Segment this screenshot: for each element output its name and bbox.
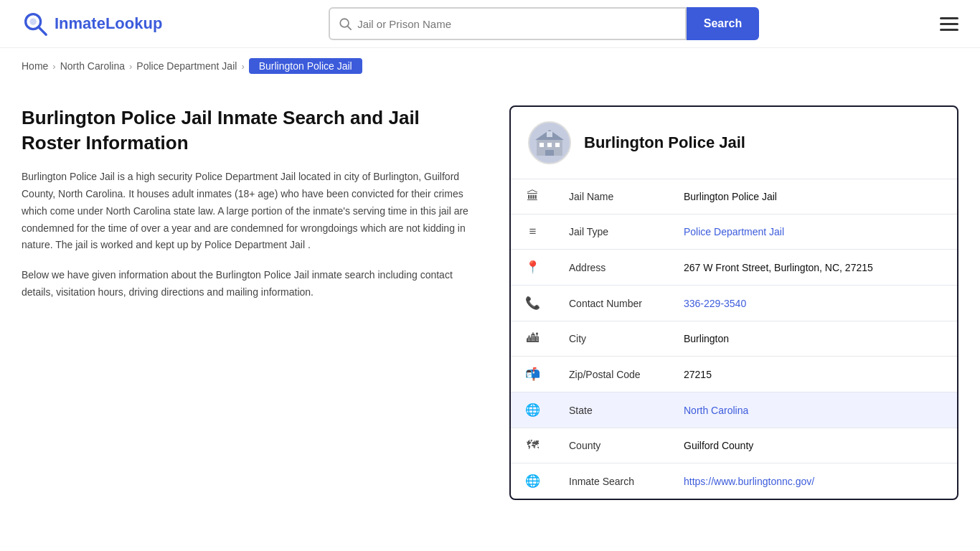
- row-icon: 🗺: [511, 428, 555, 463]
- svg-line-4: [348, 27, 352, 30]
- card-title: Burlington Police Jail: [584, 133, 745, 152]
- row-value: Guilford County: [669, 428, 957, 463]
- row-icon: 📍: [511, 250, 555, 286]
- table-row: 🌐Inmate Searchhttps://www.burlingtonnc.g…: [511, 463, 957, 499]
- table-row: ≡Jail TypePolice Department Jail: [511, 215, 957, 250]
- table-row: 📞Contact Number336-229-3540: [511, 286, 957, 321]
- info-card-header: Burlington Police Jail: [511, 107, 957, 179]
- row-label: Jail Name: [555, 179, 669, 215]
- svg-rect-11: [547, 131, 552, 137]
- info-table: 🏛Jail NameBurlington Police Jail≡Jail Ty…: [511, 179, 957, 499]
- hamburger-menu[interactable]: [940, 17, 958, 31]
- row-icon: 🏙: [511, 321, 555, 357]
- row-icon: 🌐: [511, 392, 555, 428]
- breadcrumb-chevron-3: ›: [241, 61, 244, 72]
- breadcrumb-home[interactable]: Home: [22, 60, 48, 72]
- page-heading: Burlington Police Jail Inmate Search and…: [22, 105, 481, 156]
- main-content: Burlington Police Jail Inmate Search and…: [0, 84, 980, 522]
- table-row: 📍Address267 W Front Street, Burlington, …: [511, 250, 957, 286]
- breadcrumb: Home › North Carolina › Police Departmen…: [0, 48, 980, 84]
- logo-icon: [22, 10, 49, 37]
- row-value: North Carolina: [669, 392, 957, 428]
- row-value: Burlington Police Jail: [669, 179, 957, 215]
- page-desc-2: Below we have given information about th…: [22, 267, 481, 301]
- row-label: Zip/Postal Code: [555, 357, 669, 392]
- breadcrumb-current: Burlington Police Jail: [249, 58, 362, 74]
- row-icon: ≡: [511, 215, 555, 250]
- row-label: Inmate Search: [555, 463, 669, 499]
- row-label: Jail Type: [555, 215, 669, 250]
- row-icon: 🏛: [511, 179, 555, 215]
- logo-link[interactable]: InmateLookup: [22, 10, 162, 37]
- breadcrumb-type[interactable]: Police Department Jail: [136, 60, 237, 72]
- svg-point-2: [29, 18, 37, 25]
- search-button[interactable]: Search: [687, 7, 759, 40]
- svg-rect-7: [547, 143, 552, 147]
- row-label: Contact Number: [555, 286, 669, 321]
- row-link[interactable]: 336-229-3540: [684, 298, 746, 309]
- search-bar: Search: [329, 7, 759, 40]
- breadcrumb-chevron-2: ›: [129, 61, 132, 72]
- svg-rect-6: [540, 143, 544, 147]
- row-link[interactable]: North Carolina: [684, 405, 748, 416]
- row-icon: 📞: [511, 286, 555, 321]
- table-row: 📬Zip/Postal Code27215: [511, 357, 957, 392]
- row-label: State: [555, 392, 669, 428]
- table-row: 🏙CityBurlington: [511, 321, 957, 357]
- row-link[interactable]: Police Department Jail: [684, 226, 784, 237]
- row-value: Police Department Jail: [669, 215, 957, 250]
- row-icon: 📬: [511, 357, 555, 392]
- search-input[interactable]: [357, 18, 677, 30]
- search-input-wrap: [329, 7, 687, 40]
- table-row: 🗺CountyGuilford County: [511, 428, 957, 463]
- header: InmateLookup Search: [0, 0, 980, 48]
- breadcrumb-state[interactable]: North Carolina: [60, 60, 125, 72]
- left-panel: Burlington Police Jail Inmate Search and…: [22, 105, 481, 500]
- row-value: 27215: [669, 357, 957, 392]
- row-value: 267 W Front Street, Burlington, NC, 2721…: [669, 250, 957, 286]
- row-label: City: [555, 321, 669, 357]
- row-link[interactable]: https://www.burlingtonnc.gov/: [684, 476, 814, 487]
- svg-rect-8: [555, 143, 560, 147]
- right-panel: Burlington Police Jail 🏛Jail NameBurling…: [509, 105, 958, 500]
- row-label: County: [555, 428, 669, 463]
- table-row: 🌐StateNorth Carolina: [511, 392, 957, 428]
- row-icon: 🌐: [511, 463, 555, 499]
- page-desc-1: Burlington Police Jail is a high securit…: [22, 169, 481, 254]
- row-label: Address: [555, 250, 669, 286]
- jail-avatar: [528, 121, 571, 164]
- row-value: Burlington: [669, 321, 957, 357]
- row-value: https://www.burlingtonnc.gov/: [669, 463, 957, 499]
- breadcrumb-chevron-1: ›: [52, 61, 55, 72]
- logo-text: InmateLookup: [55, 14, 162, 33]
- row-value: 336-229-3540: [669, 286, 957, 321]
- svg-line-1: [39, 27, 46, 34]
- info-card: Burlington Police Jail 🏛Jail NameBurling…: [509, 105, 958, 500]
- search-icon: [339, 17, 352, 30]
- table-row: 🏛Jail NameBurlington Police Jail: [511, 179, 957, 215]
- svg-rect-9: [545, 150, 554, 156]
